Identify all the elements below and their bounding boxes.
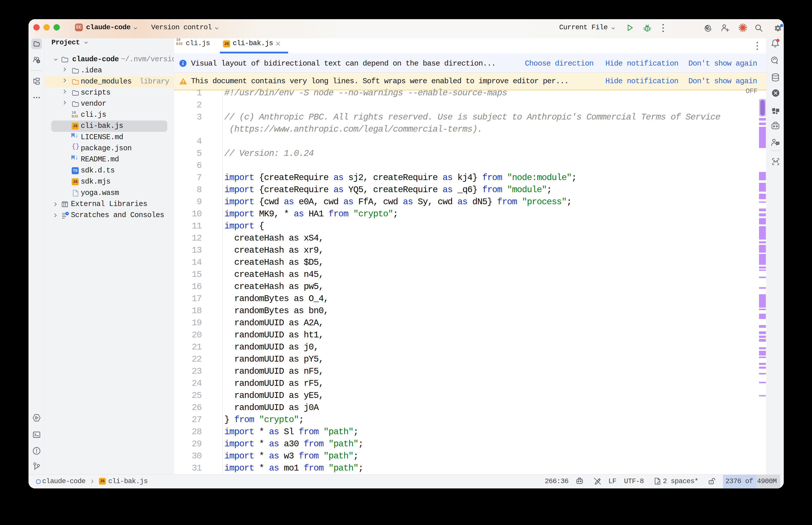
svg-text:?: ? bbox=[38, 60, 39, 63]
